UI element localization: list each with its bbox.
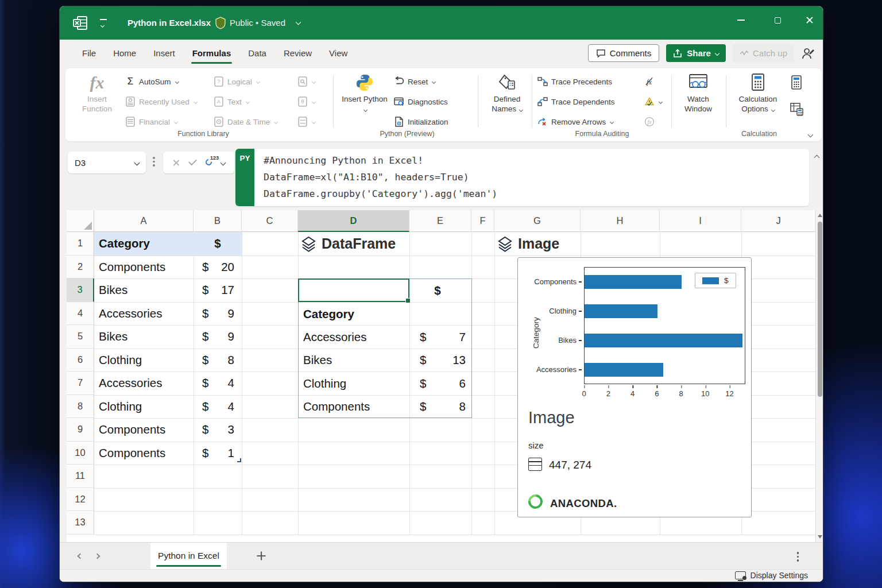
user-presence-icon[interactable]: [801, 47, 815, 60]
cell-a2[interactable]: Components: [94, 256, 194, 279]
column-header-b[interactable]: B: [194, 210, 242, 232]
calculate-now-button[interactable]: [790, 75, 803, 90]
cell-b6[interactable]: $8: [194, 349, 242, 372]
quick-access-toolbar-chevron[interactable]: [100, 19, 104, 29]
tab-formulas[interactable]: Formulas: [185, 44, 239, 63]
collapse-formula-bar-icon[interactable]: [814, 155, 820, 161]
image-card[interactable]: ComponentsClothingBikesAccessories 02468…: [517, 257, 752, 517]
row-header-4[interactable]: 4: [67, 302, 94, 326]
error-checking-button[interactable]: [644, 94, 662, 109]
column-header-d[interactable]: D: [298, 210, 409, 232]
maximize-button[interactable]: [764, 6, 791, 34]
cell-a10[interactable]: Components: [94, 442, 194, 465]
save-status[interactable]: Saved: [261, 18, 285, 28]
share-button[interactable]: Share: [666, 44, 726, 62]
row-header-7[interactable]: 7: [67, 372, 94, 395]
sheet-tab-python-in-excel[interactable]: Python in Excel: [150, 543, 227, 569]
column-header-e[interactable]: E: [409, 210, 471, 232]
name-box[interactable]: D3: [68, 152, 146, 173]
python-reset-button[interactable]: Reset: [394, 74, 435, 89]
cell-b3[interactable]: $17: [194, 278, 242, 302]
cell-a8[interactable]: Clothing: [94, 395, 194, 419]
cell-b9[interactable]: $3: [194, 418, 242, 442]
column-header-c[interactable]: C: [242, 210, 298, 232]
watch-window-button[interactable]: Watch Window: [675, 73, 721, 114]
scroll-up-icon[interactable]: [818, 214, 822, 217]
row-header-5[interactable]: 5: [67, 325, 94, 349]
sheet-options-icon[interactable]: [797, 552, 799, 562]
cell-a1[interactable]: Category: [94, 232, 194, 256]
tab-file[interactable]: File: [75, 44, 103, 63]
cell-a4[interactable]: Accessories: [94, 302, 194, 326]
formula-bar-options-icon[interactable]: [153, 157, 155, 167]
cell-a9[interactable]: Components: [94, 418, 194, 442]
close-button[interactable]: [796, 6, 823, 34]
show-formulas-button[interactable]: fx: [644, 74, 655, 89]
cell-a7[interactable]: Accessories: [94, 372, 194, 395]
minimize-button[interactable]: [728, 6, 754, 34]
formula-input[interactable]: PY #Announcing Python in Excel! DataFram…: [235, 149, 809, 206]
cell-a6[interactable]: Clothing: [94, 349, 194, 372]
cell-b8[interactable]: $4: [194, 395, 242, 419]
column-header-g[interactable]: G: [494, 210, 581, 232]
calculate-sheet-button[interactable]: [790, 102, 804, 117]
tab-insert[interactable]: Insert: [146, 44, 183, 63]
cell-b4[interactable]: $9: [194, 302, 242, 326]
row-header-8[interactable]: 8: [67, 395, 94, 419]
autosum-button[interactable]: Σ AutoSum: [125, 74, 179, 89]
row-header-6[interactable]: 6: [67, 349, 94, 372]
display-settings-button[interactable]: Display Settings: [735, 571, 808, 580]
save-status-chevron-icon[interactable]: [296, 20, 301, 25]
dataframe-col-header[interactable]: $: [409, 278, 466, 302]
scrollbar-thumb[interactable]: [818, 222, 822, 397]
row-header-2[interactable]: 2: [67, 256, 94, 279]
row-header-3[interactable]: 3: [67, 278, 94, 302]
remove-arrows-button[interactable]: Remove Arrows: [537, 114, 613, 129]
trace-precedents-button[interactable]: Trace Precedents: [537, 74, 612, 89]
name-box-chevron-icon[interactable]: [134, 160, 140, 165]
selected-cell-d3[interactable]: [298, 278, 409, 302]
row-header-12[interactable]: 12: [67, 488, 94, 512]
column-header-f[interactable]: F: [471, 210, 494, 232]
python-diagnostics-button[interactable]: Diagnostics: [394, 94, 448, 109]
column-header-i[interactable]: I: [660, 210, 741, 232]
row-header-9[interactable]: 9: [67, 418, 94, 442]
scroll-down-icon[interactable]: [818, 535, 822, 539]
cell-a3[interactable]: Bikes: [94, 278, 194, 302]
cell-a5[interactable]: Bikes: [94, 325, 194, 349]
worksheet-grid[interactable]: ABCDEFGHIJ 12345678910111213 Category$Co…: [67, 210, 817, 542]
defined-names-button[interactable]: Defined Names: [482, 73, 532, 114]
cell-b5[interactable]: $9: [194, 325, 242, 349]
add-sheet-button[interactable]: [250, 543, 273, 569]
column-header-a[interactable]: A: [94, 210, 194, 232]
formula-code[interactable]: #Announcing Python in Excel! DataFrame=x…: [254, 149, 497, 206]
cell-b7[interactable]: $4: [194, 372, 242, 395]
prev-sheet-button[interactable]: [71, 543, 88, 569]
column-header-j[interactable]: J: [741, 210, 816, 232]
row-header-10[interactable]: 10: [67, 442, 94, 465]
sensitivity-label[interactable]: Public: [230, 18, 253, 28]
tab-review[interactable]: Review: [276, 44, 319, 63]
calculation-options-button[interactable]: Calculation Options: [730, 73, 786, 114]
python-range-handle[interactable]: [237, 458, 241, 462]
python-output-as-value-icon[interactable]: 123: [206, 159, 212, 167]
insert-python-button[interactable]: Insert Python: [340, 73, 389, 114]
python-output-chevron-icon[interactable]: [220, 160, 226, 165]
python-initialization-button[interactable]: Initialization: [394, 114, 448, 129]
vertical-scrollbar[interactable]: [815, 210, 823, 542]
row-header-11[interactable]: 11: [67, 465, 94, 488]
tab-home[interactable]: Home: [106, 44, 144, 63]
next-sheet-button[interactable]: [88, 543, 106, 569]
column-header-h[interactable]: H: [581, 210, 660, 232]
select-all-corner[interactable]: [67, 210, 94, 232]
tab-data[interactable]: Data: [241, 44, 274, 63]
tab-view[interactable]: View: [322, 44, 355, 63]
dataframe-index-header[interactable]: Category: [303, 302, 407, 326]
cell-b10[interactable]: $1: [194, 442, 242, 465]
trace-dependents-button[interactable]: Trace Dependents: [537, 94, 615, 109]
row-header-13[interactable]: 13: [67, 511, 94, 535]
cell-b2[interactable]: $20: [194, 256, 242, 279]
row-header-1[interactable]: 1: [67, 232, 94, 256]
cancel-icon[interactable]: [172, 159, 180, 167]
cell-b1[interactable]: $: [194, 232, 242, 256]
